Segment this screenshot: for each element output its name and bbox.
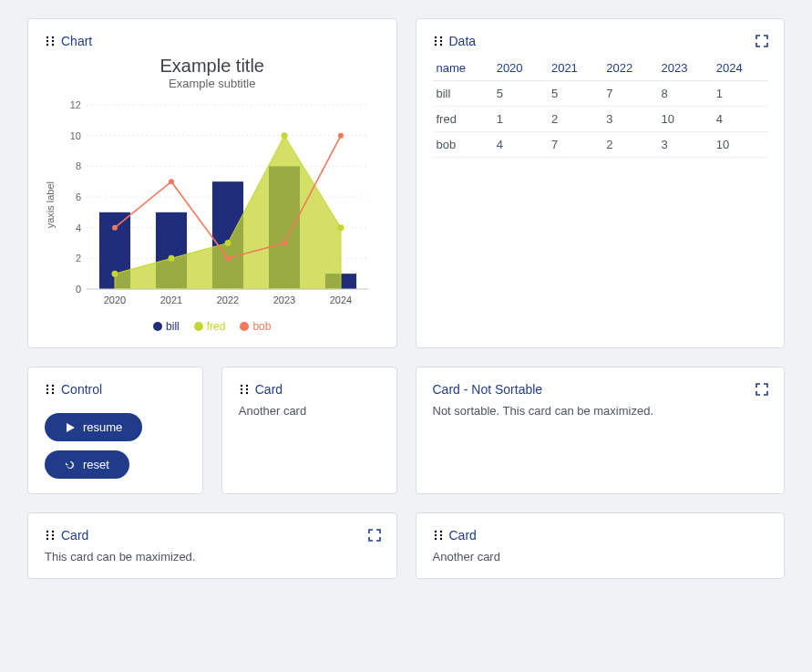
resume-button[interactable]: resume: [45, 413, 142, 441]
svg-point-42: [439, 36, 441, 38]
svg-point-52: [52, 392, 54, 394]
chart-legend: billfredbob: [45, 320, 380, 333]
card-title: Card: [61, 528, 88, 543]
drag-handle-icon[interactable]: [433, 36, 444, 47]
chart-title: Example title: [45, 56, 380, 77]
svg-point-27: [225, 240, 231, 246]
svg-text:6: 6: [76, 191, 81, 202]
svg-point-64: [52, 538, 54, 540]
svg-text:0: 0: [76, 284, 81, 295]
legend-swatch: [153, 322, 162, 331]
svg-text:2023: 2023: [273, 295, 295, 305]
legend-swatch: [240, 322, 249, 331]
control-card-title: Control: [61, 382, 102, 397]
svg-text:12: 12: [70, 99, 81, 110]
svg-point-53: [241, 385, 242, 387]
card-body: This card can be maximized.: [45, 550, 380, 563]
legend-label: bill: [166, 320, 180, 333]
expand-icon[interactable]: [753, 32, 771, 50]
svg-point-48: [52, 385, 54, 387]
table-cell: bill: [433, 81, 493, 107]
drag-handle-icon[interactable]: [45, 384, 56, 395]
svg-point-46: [439, 44, 441, 46]
svg-point-32: [225, 255, 231, 261]
svg-text:2022: 2022: [217, 295, 239, 305]
drag-handle-icon[interactable]: [239, 384, 250, 395]
svg-point-65: [434, 531, 436, 532]
svg-point-30: [112, 225, 118, 231]
chart-subtitle: Example subtitle: [45, 77, 380, 90]
table-cell: 2: [602, 132, 657, 158]
svg-point-3: [52, 40, 54, 42]
table-header[interactable]: 2023: [657, 56, 712, 81]
svg-point-50: [52, 388, 54, 390]
table-header[interactable]: 2024: [713, 56, 767, 81]
table-cell: 2: [548, 107, 602, 132]
svg-point-58: [246, 392, 248, 394]
svg-point-25: [112, 271, 118, 277]
card-body: Not sortable. This card can be maximized…: [433, 404, 768, 418]
table-cell: 4: [713, 107, 767, 132]
legend-item[interactable]: bob: [240, 320, 271, 333]
svg-text:2024: 2024: [330, 295, 352, 305]
svg-point-45: [434, 44, 436, 46]
legend-label: bob: [252, 320, 271, 333]
svg-point-29: [338, 224, 344, 231]
card-title: Card: [255, 382, 283, 397]
legend-swatch: [194, 322, 203, 331]
chart-card: Chart Example title Example subtitle yax…: [27, 18, 397, 348]
svg-point-63: [46, 538, 48, 540]
table-row: bob472310: [433, 132, 768, 158]
chart-card-title: Chart: [61, 34, 92, 48]
drag-handle-icon[interactable]: [45, 530, 56, 541]
table-cell: 8: [657, 81, 712, 107]
svg-text:2021: 2021: [160, 295, 182, 305]
card-title: Card - Not Sortable: [433, 382, 543, 397]
table-header[interactable]: 2020: [493, 56, 548, 81]
svg-point-51: [46, 392, 48, 394]
svg-point-49: [46, 388, 48, 390]
drag-handle-icon[interactable]: [433, 530, 444, 541]
table-header[interactable]: name: [433, 56, 493, 81]
legend-label: fred: [207, 320, 226, 333]
svg-point-5: [52, 44, 54, 46]
table-cell: 5: [493, 81, 548, 107]
svg-text:4: 4: [76, 222, 81, 233]
chart-plot: 02468101220202021202220232024: [59, 96, 378, 315]
svg-text:2: 2: [76, 253, 81, 264]
svg-point-26: [169, 255, 175, 262]
svg-point-59: [46, 531, 48, 532]
card-title: Card: [449, 528, 477, 543]
table-cell: 1: [713, 81, 767, 107]
resume-button-label: resume: [83, 420, 122, 434]
expand-icon[interactable]: [365, 526, 384, 544]
svg-point-56: [246, 388, 248, 390]
expand-icon[interactable]: [753, 380, 771, 398]
table-cell: 7: [602, 81, 657, 107]
card-maximize: Card This card can be maximized.: [27, 512, 397, 579]
drag-handle-icon[interactable]: [45, 36, 56, 47]
legend-item[interactable]: fred: [194, 320, 226, 333]
svg-point-2: [46, 40, 48, 42]
table-cell: 4: [493, 132, 548, 158]
reset-button[interactable]: reset: [45, 450, 129, 479]
svg-point-60: [52, 531, 54, 532]
svg-point-4: [46, 44, 48, 46]
data-card-title: Data: [449, 34, 477, 48]
table-cell: fred: [433, 107, 493, 132]
chart-ylabel: yaxis label: [45, 181, 56, 228]
table-header[interactable]: 2022: [602, 56, 657, 81]
svg-point-33: [282, 241, 287, 246]
reset-button-label: reset: [83, 458, 109, 471]
svg-point-0: [46, 36, 48, 38]
svg-point-41: [434, 36, 436, 38]
table-cell: 3: [657, 132, 712, 158]
data-card: Data name20202021202220232024 bill55781f…: [416, 18, 786, 348]
table-cell: bob: [433, 132, 493, 158]
svg-point-43: [434, 40, 436, 42]
table-row: fred123104: [433, 107, 768, 132]
legend-item[interactable]: bill: [153, 320, 180, 333]
table-header[interactable]: 2021: [548, 56, 602, 81]
svg-text:2020: 2020: [104, 295, 126, 305]
control-card: Control resume reset: [27, 367, 203, 494]
